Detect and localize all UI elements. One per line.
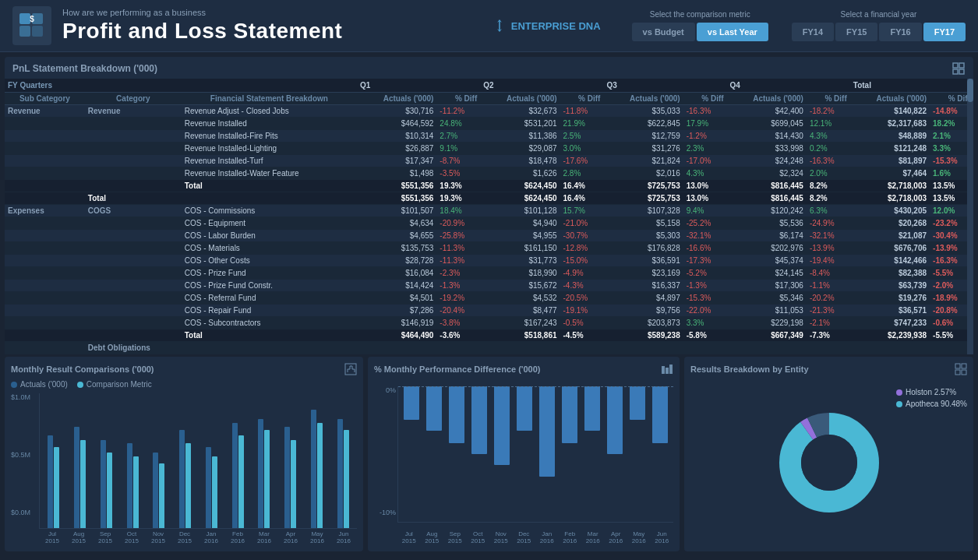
pct-bar (607, 386, 623, 454)
cell-q1-diff: 19.3% (436, 180, 480, 192)
col-q1: Q1 (357, 79, 480, 93)
cell-sub-cat (5, 280, 85, 292)
col-q4: Q4 (727, 79, 850, 93)
expand-icon[interactable] (952, 62, 966, 76)
header-subtitle: How are we performing as a business (62, 8, 493, 17)
bar-comparison (344, 430, 349, 528)
cell-tot-act: $21,087 (850, 230, 930, 242)
bar-comparison (212, 456, 217, 528)
bar-comparison (159, 463, 164, 528)
table-row: COS - Materials $135,753 -11.3% $161,150… (5, 242, 973, 255)
cell-q2-act: $4,532 (480, 292, 560, 305)
monthly-comparison-title: Monthly Result Comparisons ('000) (11, 363, 357, 375)
cell-q4-diff: -21.3% (807, 305, 850, 317)
btn-fy14[interactable]: FY14 (792, 23, 834, 41)
cell-q4-diff: -16.3% (807, 155, 850, 167)
cell-sub-cat (5, 143, 85, 155)
bar-chart-body: $1.0M $0.5M $0.0M Jul2015Aug2015Sep2015O… (11, 393, 357, 545)
bar-group (330, 393, 355, 528)
app-logo: $ (12, 6, 51, 45)
cell-tot-act: $2,718,003 (850, 180, 930, 192)
pct-x-label: Jun2016 (651, 530, 674, 545)
btn-vs-budget[interactable]: vs Budget (632, 23, 695, 41)
bar-x-label: Apr2016 (277, 530, 304, 545)
table-row: Revenue Installed $464,592 24.8% $531,20… (5, 118, 973, 130)
bar-pair (330, 393, 355, 528)
bar-comparison (80, 440, 86, 527)
chart-expand-icon[interactable] (344, 363, 357, 375)
cell-q4-act: $45,374 (727, 255, 807, 267)
cell-q4-act: $33,998 (727, 143, 807, 155)
th-q1-diff: % Diff (436, 93, 480, 105)
cell-q3-act: $5,303 (603, 230, 683, 242)
bar-x-labels: Jul2015Aug2015Sep2015Oct2015Nov2015Dec20… (11, 530, 357, 545)
cell-q1-diff: -25.8% (436, 230, 480, 242)
donut-container: Holston 2.57% Apotheca 90.48% (690, 380, 967, 545)
cell-q1-act: $551,356 (357, 180, 436, 192)
cell-q3-act: $107,328 (603, 205, 683, 217)
entity-chart-icon[interactable] (955, 363, 967, 375)
cell-item: COS - Other Costs (182, 255, 357, 267)
pct-performance-title: % Monthly Performance Difference ('000) (374, 363, 673, 375)
cell-sub-cat (5, 217, 85, 230)
th-q3-diff: % Diff (683, 93, 727, 105)
cell-q3-act: $9,756 (603, 305, 683, 317)
cell-sub-cat (5, 118, 85, 130)
pct-bar (404, 386, 420, 420)
btn-fy16[interactable]: FY16 (879, 23, 921, 41)
svg-point-21 (801, 435, 857, 491)
btn-fy17[interactable]: FY17 (923, 23, 966, 41)
table-row: COS - Repair Fund $7,286 -20.4% $8,477 -… (5, 305, 973, 317)
cell-q4-act: $17,306 (727, 280, 807, 292)
cell-item: Total (182, 180, 357, 192)
btn-vs-last-year[interactable]: vs Last Year (697, 23, 768, 41)
cell-q1-act: $7,286 (357, 305, 436, 317)
comparison-btn-group: vs Budget vs Last Year (632, 23, 768, 41)
cell-tot-act: $81,897 (850, 155, 930, 167)
bar-actual (206, 447, 211, 528)
pct-bar-item (537, 386, 557, 522)
cell-q3-act: $5,158 (603, 217, 683, 230)
col-fy-quarters: FY Quarters (5, 79, 357, 93)
cell-q4-diff: -32.1% (807, 230, 850, 242)
cell-q3-diff: -22.0% (683, 305, 727, 317)
cell-q4-diff: -2.1% (807, 317, 850, 329)
svg-rect-2 (19, 26, 30, 37)
pct-x-label: May2016 (627, 530, 651, 545)
cell-tot-act: $36,571 (850, 305, 930, 317)
bar-group (147, 393, 171, 528)
cell-q1-act (357, 342, 436, 354)
cell-q2-act: $4,955 (480, 230, 560, 242)
bar-actual (153, 453, 158, 528)
cell-tot-act: $2,317,683 (850, 118, 930, 130)
cell-cat (85, 280, 182, 292)
cell-q4-act: $11,053 (727, 305, 807, 317)
bar-x-label: Jun2016 (330, 530, 357, 545)
cell-q2-act: $624,450 (480, 180, 560, 192)
cell-q3-diff: -17.0% (683, 155, 727, 167)
cell-item: COS - Subcontractors (182, 317, 357, 329)
scrollbar-thumb[interactable] (967, 79, 973, 102)
svg-rect-11 (662, 366, 665, 374)
main-content: PnL Statement Breakdown ('000) FY Quarte… (0, 52, 978, 556)
pct-chart-icon[interactable] (661, 363, 673, 375)
zero-line (398, 386, 673, 387)
cell-cat (85, 167, 182, 180)
btn-fy15[interactable]: FY15 (835, 23, 877, 41)
cell-q1-act: $146,919 (357, 317, 436, 329)
cell-q3-act: $12,759 (603, 130, 683, 143)
bar-x-label: Dec2015 (171, 530, 198, 545)
cell-item: Revenue Installed-Fire Pits (182, 130, 357, 143)
cell-cat: Debt Obligations (85, 342, 182, 354)
bar-comparison (238, 435, 244, 528)
cell-tot-act: $676,706 (850, 242, 930, 255)
cell-item (182, 342, 357, 354)
cell-q2-diff (560, 342, 604, 354)
brand-logo: ENTERPRISE DNA (493, 19, 601, 33)
bottom-section: Monthly Result Comparisons ('000) Actual… (5, 357, 973, 551)
table-scrollbar[interactable] (967, 79, 973, 354)
cell-q2-diff: -20.5% (560, 292, 604, 305)
bar-pair (225, 393, 250, 528)
cell-q3-diff: 13.0% (683, 180, 727, 192)
cell-cat (85, 329, 182, 342)
